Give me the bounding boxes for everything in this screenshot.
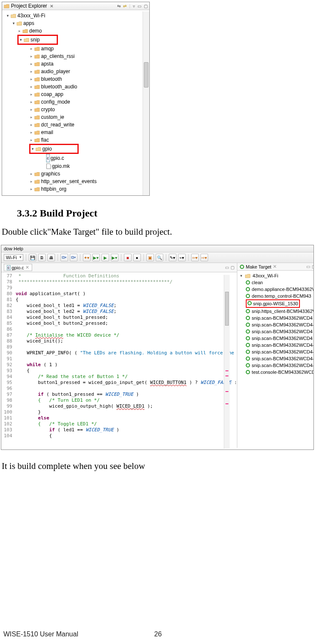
target-icon — [247, 301, 252, 305]
open-folder-icon[interactable]: ▣ — [146, 254, 154, 261]
close-icon[interactable]: ✕ — [50, 4, 53, 8]
close-icon[interactable]: ✕ — [273, 264, 277, 269]
code-editor[interactable]: 7778798081828384858687888990919293949596… — [1, 272, 237, 448]
maximize-icon[interactable]: ▢ — [312, 264, 314, 269]
tree-folder[interactable]: amqp — [5, 45, 149, 52]
new-icon[interactable]: ✦▾ — [83, 254, 91, 261]
make-target-item[interactable]: snip.scan-BCM943362WCD4- — [239, 348, 314, 355]
tree-snip[interactable]: snip — [30, 36, 40, 44]
tree-folder[interactable]: ap_clients_rssi — [5, 52, 149, 60]
target-icon — [246, 280, 250, 285]
make-target-item[interactable]: snip.gpio-WISE_1530 — [239, 299, 314, 308]
mark-icon[interactable]: ✎▾ — [169, 254, 176, 261]
c-file-icon: c — [46, 154, 50, 162]
tree-folder[interactable]: crypto — [5, 106, 149, 113]
tree-folder[interactable]: config_mode — [5, 98, 149, 106]
make-target-item[interactable]: clean — [239, 279, 314, 286]
c-file-icon: c — [7, 265, 11, 270]
make-target-item[interactable]: snip.scan-BCM943362WCD4- — [239, 355, 314, 362]
tree-folder[interactable]: custom_ie — [5, 113, 149, 121]
minimize-icon[interactable]: ▭ — [137, 4, 141, 8]
make-target-item[interactable]: snip.scan-BCM943362WCD4 — [239, 315, 314, 321]
debug-icon[interactable]: ▶ — [102, 254, 109, 261]
make-target-item[interactable]: snip.scan-BCM943362WCD4 d — [239, 335, 314, 342]
tree-root[interactable]: 43xxx_Wi-Fi — [17, 12, 45, 19]
tree-gpio[interactable]: gpio — [42, 145, 52, 153]
maximize-icon[interactable]: ▢ — [144, 4, 148, 8]
target-icon — [246, 336, 250, 340]
save-all-icon[interactable]: 🗎 — [38, 254, 46, 261]
project-combo[interactable]: Wi-Fi — [4, 254, 23, 261]
build-all-icon[interactable]: ⧉▾ — [70, 254, 77, 261]
tree-folder[interactable]: http_server_sent_events — [5, 178, 149, 185]
tree-apps[interactable]: apps — [23, 19, 34, 27]
make-target-pane: Make Target ✕ ▭ ▢ 43xxx_Wi-Fi cleandemo.… — [237, 263, 314, 448]
project-explorer-panel: Project Explorer ✕ ⇆ ⇄ | ▿ ▭ ▢ 43xxx_Wi-… — [2, 2, 150, 196]
editor-scrollbar[interactable] — [224, 275, 230, 449]
tree-folder[interactable]: httpbin_org — [5, 185, 149, 193]
highlight-make-target: snip.gpio-WISE_1530 — [246, 299, 300, 308]
footer-doc-name: WISE-1510 User Manual — [3, 630, 78, 638]
build-icon[interactable]: ⧉▾ — [60, 254, 68, 261]
stop-icon[interactable]: ■ — [124, 254, 132, 261]
make-target-item[interactable]: test.console-BCM943362WCD — [239, 369, 314, 375]
make-target-tree[interactable]: 43xxx_Wi-Fi cleandemo.appliance-BCM94336… — [237, 271, 314, 377]
link-icon[interactable]: ⇄ — [123, 4, 126, 8]
project-icon — [245, 274, 251, 278]
back-icon[interactable]: ⇦▾ — [191, 254, 199, 261]
folder-icon — [16, 21, 22, 26]
close-icon[interactable]: ✕ — [25, 265, 29, 270]
mk-file-icon — [46, 163, 51, 169]
tree-folder[interactable]: coap_app — [5, 90, 149, 98]
page-footer: WISE-1510 User Manual 26 — [0, 630, 316, 638]
make-target-item[interactable]: demo.appliance-BCM943362V — [239, 286, 314, 293]
tree-folder[interactable]: audio_player — [5, 68, 149, 75]
minimize-icon[interactable]: ▭ — [306, 264, 310, 269]
task-icon[interactable]: ⌁▾ — [178, 254, 186, 261]
make-target-item[interactable]: snip.scan-BCM943362WCD4- — [239, 342, 314, 348]
collapse-all-icon[interactable]: ⇆ — [117, 4, 121, 8]
make-target-item[interactable]: demo.temp_control-BCM943 — [239, 293, 314, 299]
scrollbar[interactable] — [143, 11, 149, 195]
target-icon — [246, 316, 250, 320]
target-icon — [246, 323, 250, 327]
maximize-icon[interactable]: ▢ — [231, 265, 234, 270]
tree-folder[interactable]: dct_read_write — [5, 121, 149, 129]
tree-folder[interactable]: bluetooth_audio — [5, 83, 149, 90]
project-explorer-header: Project Explorer ✕ ⇆ ⇄ | ▿ ▭ ▢ — [2, 2, 149, 10]
forward-icon[interactable]: ⇨▾ — [201, 254, 208, 261]
make-target-item[interactable]: snip.https_client-BCM943362V — [239, 308, 314, 315]
make-target-item[interactable]: snip.scan-BCM943362WCD4- — [239, 362, 314, 369]
editor-tab[interactable]: c gpio.c ✕ — [4, 264, 32, 271]
tree-folder[interactable]: flac — [5, 136, 149, 144]
folder-icon — [4, 4, 10, 8]
ext-tools-icon[interactable]: ▶▾ — [111, 254, 118, 261]
make-target-item[interactable]: snip.scan-BCM943362WCD4- — [239, 321, 314, 328]
target-icon — [246, 329, 250, 334]
tree-demo[interactable]: demo — [29, 27, 42, 35]
editor-pane: c gpio.c ✕ ▭ ▢ 7778798081828384858687888… — [1, 263, 237, 448]
minimize-icon[interactable]: ▭ — [225, 265, 229, 270]
make-target-item[interactable]: snip.scan-BCM943362WCD4 d — [239, 328, 314, 335]
highlight-snip: snip — [17, 35, 58, 45]
project-tree[interactable]: 43xxx_Wi-Fi apps demo snip amqpap_client… — [2, 10, 149, 195]
search-icon[interactable]: 🔍 — [156, 254, 163, 261]
view-menu-icon[interactable]: ▿ — [133, 4, 135, 8]
tree-folder[interactable]: graphics — [5, 170, 149, 178]
footer-page-number: 26 — [154, 630, 162, 638]
tree-file-label: gpio.mk — [52, 162, 70, 170]
target-icon — [246, 309, 250, 313]
tree-folder[interactable]: email — [5, 129, 149, 136]
tree-folder[interactable]: bluetooth — [5, 75, 149, 83]
print-icon[interactable]: 🖶 — [47, 254, 55, 261]
tree-folder[interactable]: apsta — [5, 60, 149, 68]
breakpoint-icon[interactable]: ● — [133, 254, 141, 261]
run-icon[interactable]: ▶▾ — [92, 254, 100, 261]
save-icon[interactable]: 💾 — [29, 254, 36, 261]
folder-icon — [36, 147, 41, 151]
make-target-root[interactable]: 43xxx_Wi-Fi — [253, 272, 278, 279]
tree-file[interactable]: c gpio.c — [5, 154, 149, 162]
ide-menubar[interactable]: dow Help — [1, 245, 313, 252]
body-paragraph: Double click"Make Target" file to build … — [2, 227, 316, 237]
tree-file[interactable]: gpio.mk — [5, 162, 149, 170]
